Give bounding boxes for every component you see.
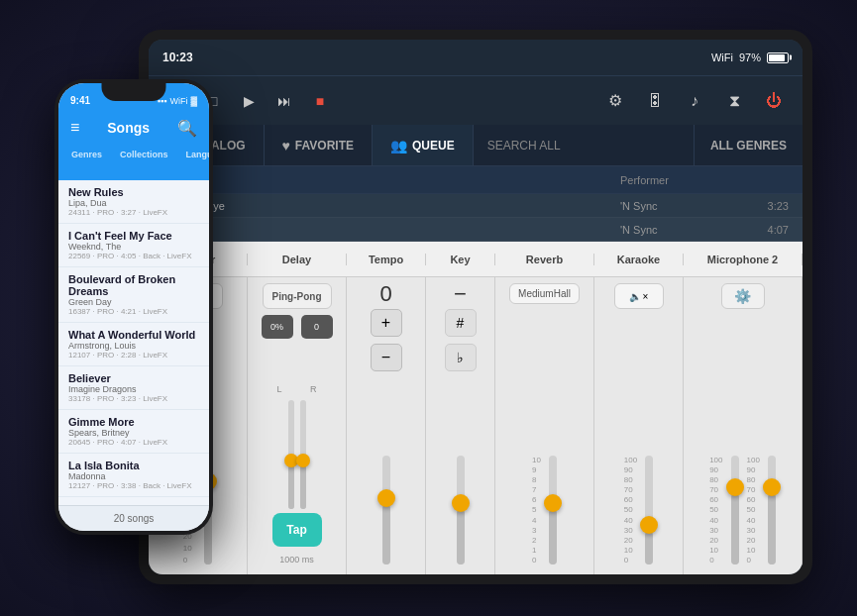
tap-button[interactable]: Tap bbox=[272, 513, 322, 547]
phone-header: ≡ Songs 🔍 bbox=[58, 109, 209, 147]
karaoke-section: 🔈 × 1009080706050403020100 bbox=[594, 277, 684, 574]
tempo-value: 0 bbox=[379, 283, 391, 305]
reverb-label: Reverb bbox=[495, 254, 594, 265]
mic2-slider-1[interactable] bbox=[731, 456, 739, 565]
karaoke-slider[interactable] bbox=[645, 456, 653, 565]
phone-song-item[interactable]: Believer Imagine Dragons 33178 · PRO · 3… bbox=[58, 366, 209, 410]
phone-search-icon[interactable]: 🔍 bbox=[177, 119, 197, 138]
delay-sliders bbox=[288, 400, 306, 509]
phone-song-item[interactable]: I Can't Feel My Face Weeknd, The 22569 ·… bbox=[58, 224, 209, 267]
song-meta: 20645 · PRO · 4:07 · LiveFX bbox=[68, 438, 199, 447]
song-meta: 33178 · PRO · 3:23 · LiveFX bbox=[68, 394, 199, 403]
phone-song-item[interactable]: La Isla Bonita Madonna 12127 · PRO · 3:3… bbox=[58, 454, 209, 497]
tempo-plus-button[interactable]: + bbox=[371, 309, 402, 337]
phone-song-item[interactable]: Unfaithful bbox=[58, 497, 209, 505]
lr-labels: LR bbox=[277, 384, 317, 394]
filter-genres[interactable]: Genres bbox=[64, 147, 109, 172]
song-artist: Spears, Britney bbox=[68, 428, 199, 438]
microphone2-section: ⚙️ 1009080706050403020100 bbox=[684, 277, 803, 574]
battery-percent: 97% bbox=[739, 51, 761, 63]
karaoke-mute-button[interactable]: 🔈 × bbox=[614, 283, 664, 309]
mic2-slider-2[interactable] bbox=[768, 456, 776, 565]
tap-ms-label: 1000 ms bbox=[279, 555, 314, 565]
song-title: Gimme More bbox=[68, 416, 199, 428]
search-input[interactable]: SEARCH ALL bbox=[474, 139, 694, 153]
delay-pct-button[interactable]: 0% bbox=[262, 315, 293, 339]
battery-icon bbox=[767, 52, 789, 63]
phone-song-item[interactable]: Gimme More Spears, Britney 20645 · PRO ·… bbox=[58, 410, 209, 454]
delay-val-button[interactable]: 0 bbox=[301, 315, 333, 339]
delay-percentage-buttons: 0% 0 bbox=[260, 313, 335, 341]
tablet-content: Title Performer Bye Bye Bye 'N Sync 3:23… bbox=[149, 166, 803, 574]
ping-pong-button[interactable]: Ping-Pong bbox=[263, 283, 332, 309]
filter-languages[interactable]: Languages bbox=[179, 147, 209, 172]
microphone2-label: Microphone 2 bbox=[684, 254, 803, 265]
song-title: I Can't Feel My Face bbox=[68, 230, 199, 242]
delay-l-slider[interactable] bbox=[288, 400, 294, 509]
hamburger-icon[interactable]: ≡ bbox=[70, 119, 79, 137]
tempo-label: Tempo bbox=[347, 254, 426, 265]
tempo-minus-button[interactable]: − bbox=[371, 344, 402, 371]
song-meta: 12107 · PRO · 2:28 · LiveFX bbox=[68, 351, 199, 359]
phone-screen: 9:41 ▪▪▪ WiFi ▓ ≡ Songs 🔍 Genres Collect… bbox=[58, 83, 209, 531]
tablet-status-icons: WiFi 97% bbox=[711, 51, 789, 63]
reverb-preset[interactable]: MediumHall bbox=[509, 283, 580, 304]
phone-footer: 20 songs bbox=[58, 505, 209, 531]
song-meta: 12127 · PRO · 3:38 · Back · LiveFX bbox=[68, 481, 199, 490]
song-rows: Bye Bye Bye 'N Sync 3:23 Girlfriend 'N S… bbox=[149, 194, 803, 242]
mixer-icon[interactable]: ⧗ bbox=[719, 86, 749, 116]
play-button[interactable]: ▶ bbox=[234, 86, 264, 116]
performer-column-header: Performer bbox=[620, 174, 749, 186]
genre-selector[interactable]: ALL GENRES bbox=[694, 125, 803, 165]
delay-section: Ping-Pong 0% 0 LR bbox=[248, 277, 347, 574]
phone: 9:41 ▪▪▪ WiFi ▓ ≡ Songs 🔍 Genres Collect… bbox=[54, 79, 213, 535]
phone-song-item[interactable]: New Rules Lipa, Dua 24311 · PRO · 3:27 ·… bbox=[58, 180, 209, 224]
key-section: − # ♭ bbox=[426, 277, 495, 574]
karaoke-speaker-icon: 🔈 bbox=[629, 291, 641, 302]
delay-r-slider[interactable] bbox=[300, 400, 306, 509]
song-row[interactable]: Bye Bye Bye 'N Sync 3:23 bbox=[149, 194, 803, 218]
song-artist: Green Day bbox=[68, 297, 199, 307]
song-list-header: Title Performer bbox=[149, 166, 803, 194]
skip-button[interactable]: ⏭ bbox=[269, 86, 299, 116]
phone-screen-title: Songs bbox=[107, 120, 150, 136]
phone-song-item[interactable]: Boulevard of Broken Dreams Green Day 163… bbox=[58, 267, 209, 323]
settings-gear-icon[interactable]: ⚙ bbox=[600, 86, 630, 116]
phone-status-right: ▪▪▪ WiFi ▓ bbox=[158, 96, 197, 106]
key-label: Key bbox=[426, 254, 495, 265]
playlist-icon[interactable]: ♪ bbox=[680, 86, 709, 116]
song-row[interactable]: Girlfriend 'N Sync 4:07 bbox=[149, 218, 803, 242]
queue-tab[interactable]: 👥 QUEUE bbox=[373, 125, 474, 165]
song-title: Boulevard of Broken Dreams bbox=[68, 273, 199, 297]
song-artist: Weeknd, The bbox=[68, 242, 199, 252]
phone-time: 9:41 bbox=[70, 95, 90, 106]
song-meta: 22569 · PRO · 4:05 · Back · LiveFX bbox=[68, 252, 199, 260]
power-icon[interactable]: ⏻ bbox=[759, 86, 789, 116]
tablet-screen: 10:23 WiFi 97% ↻ □ ▶ ⏭ ■ ⚙ bbox=[149, 40, 803, 574]
song-meta: 24311 · PRO · 3:27 · LiveFX bbox=[68, 208, 199, 217]
mic2-settings-button[interactable]: ⚙️ bbox=[721, 283, 765, 309]
reverb-slider[interactable] bbox=[549, 456, 557, 565]
tablet-controls-bar: ↻ □ ▶ ⏭ ■ ⚙ 🎛 ♪ ⧗ ⏻ bbox=[149, 75, 803, 125]
equalizer-icon[interactable]: 🎛 bbox=[640, 86, 670, 116]
reverb-section: MediumHall 109876543210 bbox=[495, 277, 594, 574]
karaoke-scale: 1009080706050403020100 bbox=[624, 456, 637, 565]
phone-song-list: New Rules Lipa, Dua 24311 · PRO · 3:27 ·… bbox=[58, 180, 209, 505]
phone-wifi-icon: WiFi bbox=[169, 96, 187, 106]
song-title: La Isla Bonita bbox=[68, 460, 199, 471]
tablet: 10:23 WiFi 97% ↻ □ ▶ ⏭ ■ ⚙ bbox=[139, 30, 812, 584]
flat-button[interactable]: ♭ bbox=[445, 344, 477, 371]
song-artist: Imagine Dragons bbox=[68, 384, 199, 394]
phone-song-item[interactable]: What A Wonderful World Armstrong, Louis … bbox=[58, 323, 209, 366]
mic2-scale-left: 1009080706050403020100 bbox=[709, 456, 722, 565]
tempo-section: 0 + − bbox=[347, 277, 426, 574]
sharp-button[interactable]: # bbox=[445, 309, 477, 337]
key-slider[interactable] bbox=[457, 456, 465, 565]
favorite-tab[interactable]: ♥ FAVORITE bbox=[265, 125, 373, 165]
scene: 10:23 WiFi 97% ↻ □ ▶ ⏭ ■ ⚙ bbox=[0, 0, 857, 616]
song-artist: Armstrong, Louis bbox=[68, 341, 199, 351]
record-button[interactable]: ■ bbox=[305, 86, 335, 116]
tempo-slider[interactable] bbox=[382, 456, 390, 565]
battery-fill bbox=[769, 54, 785, 61]
filter-collections[interactable]: Collections bbox=[113, 147, 175, 172]
